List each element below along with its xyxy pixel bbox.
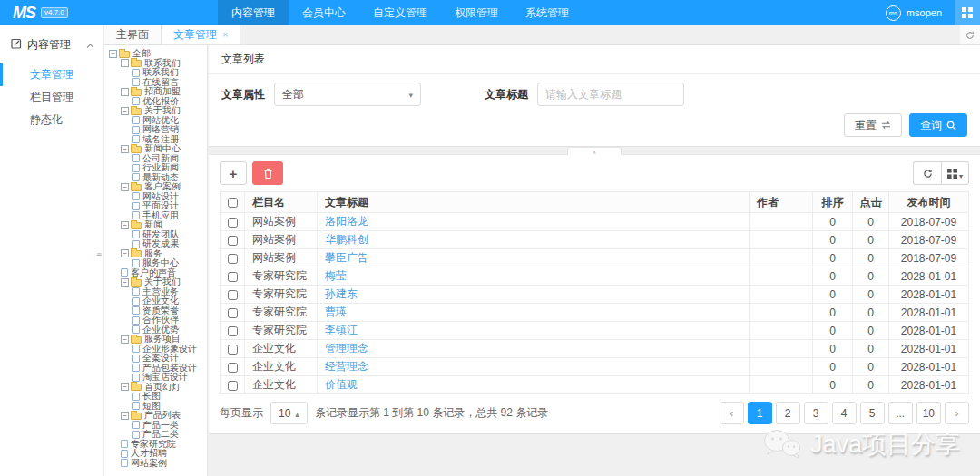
tab[interactable]: 主界面 [104,25,162,44]
row-checkbox[interactable] [228,236,238,246]
pager-page-button[interactable]: 10 [916,402,941,424]
add-article-button[interactable] [220,161,247,185]
top-menu-item[interactable]: 会员中心 [289,0,359,25]
apps-grid-icon[interactable] [955,0,980,25]
row-checkbox[interactable] [228,290,238,300]
tree-expander-icon[interactable] [121,183,129,191]
file-icon [132,126,140,134]
file-icon [132,325,140,334]
row-checkbox[interactable] [228,381,238,391]
folder-icon [119,51,130,58]
row-clicks: 0 [853,231,889,249]
article-link[interactable]: 经营理念 [325,360,368,373]
row-checkbox[interactable] [228,218,238,228]
select-all-checkbox[interactable] [228,198,238,208]
pager-page-button[interactable]: 3 [804,402,828,424]
article-link[interactable]: 孙建东 [325,287,358,300]
row-clicks: 0 [853,340,889,358]
row-clicks: 0 [853,267,889,286]
row-checkbox[interactable] [228,326,238,336]
row-checkbox[interactable] [228,272,238,282]
row-category: 专家研究院 [245,304,318,322]
refresh-table-button[interactable] [913,161,941,185]
sidebar-group-header[interactable]: 内容管理 [0,25,103,63]
row-date: 2028-01-01 [889,304,969,322]
tab[interactable]: 文章管理 [162,25,240,44]
pager-page-button[interactable]: 2 [776,402,800,424]
page-size-label: 每页显示 [220,405,263,421]
sidebar-item[interactable]: 静态化 [0,109,103,131]
article-attr-select[interactable]: 全部 [274,83,421,106]
tree-expander-icon[interactable] [121,107,129,115]
row-category: 企业文化 [245,376,318,394]
pager-page-button[interactable]: 5 [860,402,885,424]
tree-expander-icon[interactable] [121,88,129,96]
row-category: 网站案例 [245,231,318,249]
article-link[interactable]: 梅莹 [325,269,347,282]
article-link[interactable]: 攀臣广告 [325,251,368,264]
tree-expander-icon[interactable] [121,412,129,420]
tab-close-icon[interactable] [222,30,228,40]
col-author: 作者 [750,192,813,213]
pager-page-button[interactable]: ... [888,402,913,424]
logo-area[interactable]: MS v4.7.0 [0,4,218,23]
row-checkbox[interactable] [228,363,238,373]
pager-prev-button[interactable] [720,402,744,424]
reset-button[interactable]: 重置 [844,113,902,137]
article-table-body: 网站案例洛阳洛龙002018-07-09网站案例华鹏科创002018-07-09… [220,213,969,394]
delete-articles-button[interactable] [252,161,283,185]
row-sort: 0 [813,249,853,267]
pager: 12345...10 [720,402,969,424]
tree-expander-icon[interactable] [121,249,129,257]
top-menu-item[interactable]: 自定义管理 [359,0,441,25]
tree-expander-icon[interactable] [121,59,129,67]
row-sort: 0 [813,231,853,249]
tree-expander-icon[interactable] [121,221,129,229]
article-link[interactable]: 洛阳洛龙 [325,215,368,228]
tab-refresh-icon[interactable] [960,25,980,44]
row-checkbox-cell [220,340,245,358]
article-link[interactable]: 管理理念 [325,342,368,355]
page-size-select[interactable]: 10 [270,402,308,424]
article-link[interactable]: 华鹏科创 [325,233,368,246]
tree-expander-icon[interactable] [109,50,117,58]
article-link[interactable]: 李镇江 [325,324,358,336]
col-category: 栏目名 [245,192,318,213]
row-sort: 0 [813,304,853,322]
panel-title: 文章列表 [209,45,980,74]
pager-next-button[interactable] [945,402,969,424]
row-author [750,213,813,231]
tree-expander-icon[interactable] [121,383,129,391]
article-title-input[interactable] [537,83,684,106]
tree-expander-icon[interactable] [121,278,129,287]
sidebar-item[interactable]: 文章管理 [0,63,103,86]
top-menu-item[interactable]: 系统管理 [512,0,583,25]
folder-icon [131,336,142,344]
tree-expander-icon[interactable] [121,335,129,344]
splitter-drag-handle-icon[interactable] [94,245,104,267]
row-checkbox[interactable] [228,345,238,355]
columns-toggle-button[interactable] [941,161,969,185]
username[interactable]: msopen [906,7,942,18]
pager-page-button[interactable]: 1 [748,402,772,424]
row-checkbox[interactable] [228,308,238,318]
row-checkbox[interactable] [228,254,238,264]
article-link[interactable]: 价值观 [325,378,358,391]
sidebar-menu: 文章管理栏目管理静态化 [0,63,103,131]
tree-expander-icon[interactable] [121,145,129,153]
search-icon [946,121,956,131]
collapse-search-chevron-icon[interactable] [567,147,622,155]
sidebar-item[interactable]: 栏目管理 [0,86,103,109]
top-menu-item[interactable]: 权限管理 [441,0,512,25]
top-menu-item[interactable]: 内容管理 [218,0,289,25]
article-link[interactable]: 曹瑛 [325,306,347,318]
search-button[interactable]: 查询 [909,113,967,137]
columns-caret-icon [957,166,963,181]
row-sort: 0 [813,286,853,304]
tree-node[interactable]: 网站案例 [104,459,207,469]
file-icon [132,211,140,219]
avatar[interactable]: ms [886,5,901,21]
row-sort: 0 [813,358,853,376]
pager-page-button[interactable]: 4 [832,402,857,424]
row-title-cell: 曹瑛 [318,304,750,322]
